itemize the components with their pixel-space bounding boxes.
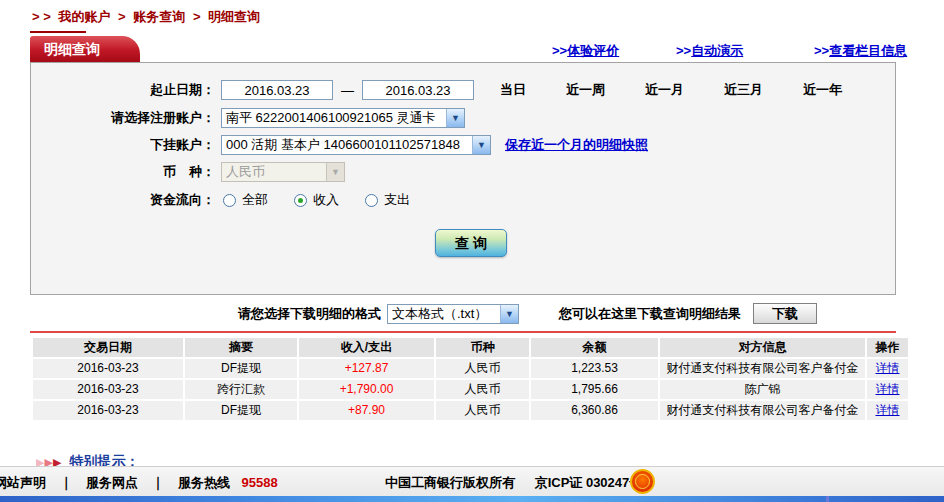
register-account-value: 南平 6222001406100921065 灵通卡: [222, 109, 446, 127]
auto-demo-link[interactable]: >>自动演示: [676, 42, 743, 60]
horizontal-scrollbar[interactable]: [0, 496, 944, 502]
cell-summary: DF提现: [185, 359, 297, 378]
breadcrumb-item-account-query[interactable]: 账务查询: [133, 9, 185, 24]
special-notice: ▶▶▶特别提示：: [36, 452, 139, 466]
cell-summary: 跨行汇款: [185, 380, 297, 399]
quick-range-month[interactable]: 近一月: [645, 81, 684, 99]
download-format-label: 请您选择下载明细的格式: [238, 305, 381, 323]
detail-link[interactable]: 详情: [876, 361, 900, 375]
quick-range-3months[interactable]: 近三月: [724, 81, 763, 99]
icp-license: 京ICP证 030247号: [535, 475, 643, 490]
link-prefix: >>: [552, 43, 567, 58]
download-button[interactable]: 下载: [753, 303, 817, 324]
cell-counterparty: 财付通支付科技有限公司客户备付金: [660, 401, 865, 420]
register-account-select[interactable]: 南平 6222001406100921065 灵通卡 ▼: [221, 108, 465, 128]
breadcrumb-prefix: > >: [32, 9, 51, 24]
query-form-panel: 起止日期： — 当日 近一周 近一月 近三月 近一年 请选择注册账户： 南平 6…: [30, 62, 896, 295]
breadcrumb: > > 我的账户 > 账务查询 > 明细查询: [32, 8, 264, 26]
quick-range-week[interactable]: 近一周: [566, 81, 605, 99]
link-label[interactable]: 体验评价: [567, 43, 619, 58]
cell-amount: +87.90: [299, 401, 434, 420]
download-hint: 您可以在这里下载查询明细结果: [559, 305, 741, 323]
cell-summary: DF提现: [185, 401, 297, 420]
col-header-summary: 摘要: [185, 338, 297, 357]
col-header-currency: 币种: [436, 338, 529, 357]
table-top-divider: [30, 331, 896, 333]
cell-balance: 1,223.53: [531, 359, 658, 378]
radio-all-label[interactable]: 全部: [242, 191, 268, 209]
radio-expense-label[interactable]: 支出: [384, 191, 410, 209]
chevron-down-icon[interactable]: ▼: [446, 109, 464, 127]
currency-select-disabled: 人民币 ▼: [221, 162, 345, 182]
currency-row: 币 种： 人民币 ▼: [31, 161, 895, 183]
link-prefix: >>: [814, 43, 829, 58]
register-account-row: 请选择注册账户： 南平 6222001406100921065 灵通卡 ▼: [31, 107, 895, 129]
experience-rating-link[interactable]: >>体验评价: [552, 42, 619, 60]
link-label[interactable]: 查看栏目信息: [829, 43, 907, 58]
sub-account-label: 下挂账户：: [31, 136, 215, 154]
quick-range-today[interactable]: 当日: [500, 81, 526, 99]
cell-currency: 人民币: [436, 401, 529, 420]
date-range-row: 起止日期： — 当日 近一周 近一月 近三月 近一年: [31, 79, 895, 101]
download-row: 请您选择下载明细的格式 文本格式（.txt） ▼ 您可以在这里下载查询明细结果 …: [30, 303, 896, 324]
col-header-amount: 收入/支出: [299, 338, 434, 357]
chevron-down-icon[interactable]: ▼: [472, 136, 490, 154]
sub-account-value: 000 活期 基本户 1406600101102571848: [222, 136, 472, 154]
copyright-text: 中国工商银行版权所有: [385, 475, 515, 490]
cell-date: 2016-03-23: [33, 401, 183, 420]
detail-link[interactable]: 详情: [876, 382, 900, 396]
query-button[interactable]: 查 询: [435, 229, 507, 257]
hotline-number: 95588: [242, 475, 278, 490]
notice-arrow-icon: ▶: [53, 456, 61, 466]
cell-date: 2016-03-23: [33, 359, 183, 378]
register-account-label: 请选择注册账户：: [31, 109, 215, 127]
breadcrumb-item-my-account[interactable]: 我的账户: [58, 9, 110, 24]
tab-detail-query[interactable]: 明细查询: [30, 36, 140, 62]
radio-all[interactable]: [223, 194, 236, 207]
cell-balance: 6,360.86: [531, 401, 658, 420]
radio-income[interactable]: [294, 194, 307, 207]
tab-top-divider: [30, 31, 86, 33]
quick-range-year[interactable]: 近一年: [803, 81, 842, 99]
radio-expense[interactable]: [365, 194, 378, 207]
col-header-date: 交易日期: [33, 338, 183, 357]
breadcrumb-separator: >: [193, 9, 201, 24]
sub-account-select[interactable]: 000 活期 基本户 1406600101102571848 ▼: [221, 135, 491, 155]
link-prefix: >>: [676, 43, 691, 58]
footer-separator: ｜: [152, 475, 165, 490]
cell-currency: 人民币: [436, 380, 529, 399]
date-to-input[interactable]: [362, 80, 474, 100]
date-from-input[interactable]: [221, 80, 333, 100]
save-monthly-snapshot-link[interactable]: 保存近一个月的明细快照: [505, 136, 648, 154]
chevron-down-icon: ▼: [326, 163, 344, 181]
sub-account-row: 下挂账户： 000 活期 基本户 1406600101102571848 ▼ 保…: [31, 134, 895, 156]
currency-label: 币 种：: [31, 163, 215, 181]
breadcrumb-item-detail-query[interactable]: 明细查询: [208, 9, 260, 24]
cell-counterparty: 陈广锦: [660, 380, 865, 399]
breadcrumb-separator: >: [118, 9, 126, 24]
site-statement-link[interactable]: 网站声明: [0, 475, 46, 490]
scrollbar-thumb-edge: [826, 496, 829, 502]
transaction-table: 交易日期 摘要 收入/支出 币种 余额 对方信息 操作 2016-03-23 D…: [33, 338, 908, 420]
cell-balance: 1,795.66: [531, 380, 658, 399]
link-label[interactable]: 自动演示: [691, 43, 743, 58]
currency-value: 人民币: [222, 163, 326, 181]
footer-separator: ｜: [60, 475, 73, 490]
radio-income-label[interactable]: 收入: [313, 191, 339, 209]
detail-link[interactable]: 详情: [876, 403, 900, 417]
date-range-label: 起止日期：: [31, 81, 215, 99]
service-outlets-link[interactable]: 服务网点: [86, 475, 138, 490]
security-seal-icon: [630, 469, 655, 494]
detail-query-page: > > 我的账户 > 账务查询 > 明细查询 明细查询 >>体验评价 >>自动演…: [0, 0, 944, 502]
fund-flow-row: 资金流向： 全部 收入 支出: [31, 189, 895, 211]
cell-amount: +127.87: [299, 359, 434, 378]
hotline-label: 服务热线: [178, 475, 230, 490]
chevron-down-icon[interactable]: ▼: [500, 305, 518, 323]
col-header-counterparty: 对方信息: [660, 338, 865, 357]
download-format-select[interactable]: 文本格式（.txt） ▼: [387, 304, 519, 324]
cell-amount: +1,790.00: [299, 380, 434, 399]
cell-currency: 人民币: [436, 359, 529, 378]
date-dash: —: [341, 83, 354, 98]
view-column-info-link[interactable]: >>查看栏目信息: [814, 42, 907, 60]
col-header-action: 操作: [867, 338, 908, 357]
